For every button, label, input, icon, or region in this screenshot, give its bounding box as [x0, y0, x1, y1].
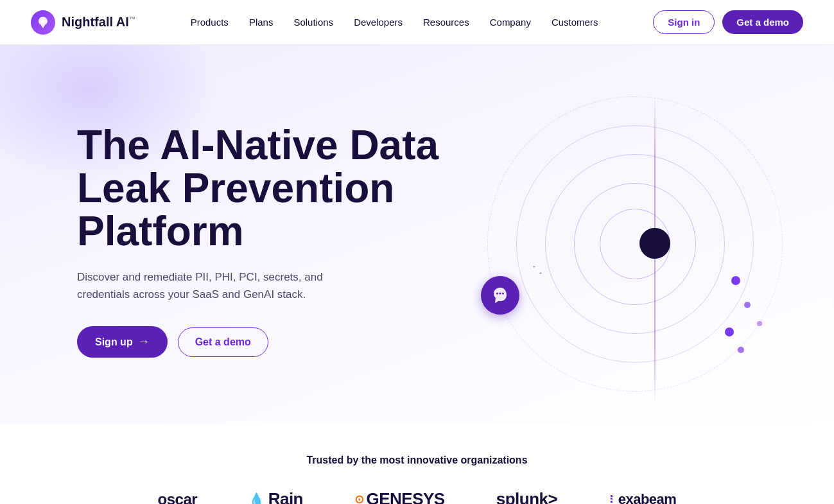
hero-content: The AI-Native Data Leak Prevention Platf… [77, 124, 475, 358]
oscar-logo: oscar [158, 491, 198, 505]
rain-drop-icon: 💧 [248, 492, 265, 505]
logo-row: oscar 💧 Rain ⊙ GENESYS splunk> ⫶ exabeam [51, 489, 783, 504]
hero-section: The AI-Native Data Leak Prevention Platf… [0, 45, 834, 424]
splunk-logo: splunk> [496, 489, 557, 504]
svg-point-0 [41, 19, 45, 23]
exabeam-logo: ⫶ exabeam [609, 491, 676, 505]
spark-2: ✦ [539, 271, 543, 276]
genesys-label: GENESYS [367, 489, 445, 504]
trusted-title: Trusted by the most innovative organizat… [51, 455, 783, 466]
logo-tm: ™ [129, 15, 135, 22]
float-dot-4 [738, 347, 744, 353]
nav-customers[interactable]: Customers [552, 17, 598, 28]
nav-products[interactable]: Products [191, 17, 229, 28]
svg-point-2 [500, 293, 501, 295]
genesys-icon: ⊙ [354, 492, 364, 505]
arrow-icon: → [138, 335, 150, 349]
logo-link[interactable]: Nightfall AI™ [31, 10, 135, 35]
hero-title: The AI-Native Data Leak Prevention Platf… [77, 124, 475, 254]
hero-graphic: ✦ ✦ [462, 77, 834, 411]
genesys-logo: ⊙ GENESYS [354, 489, 445, 504]
exabeam-label: exabeam [618, 491, 677, 505]
get-demo-button-nav[interactable]: Get a demo [722, 10, 803, 34]
float-dot-3 [725, 327, 734, 336]
get-demo-button-hero[interactable]: Get a demo [178, 327, 268, 357]
signup-label: Sign up [95, 336, 133, 348]
nav-solutions[interactable]: Solutions [293, 17, 333, 28]
center-dot [639, 228, 670, 259]
nav-developers[interactable]: Developers [354, 17, 403, 28]
float-dot-1 [731, 276, 740, 285]
trusted-section: Trusted by the most innovative organizat… [0, 424, 834, 504]
float-dot-2 [744, 302, 751, 308]
hero-buttons: Sign up → Get a demo [77, 326, 475, 358]
float-dot-5 [757, 321, 762, 326]
exabeam-icon: ⫶ [609, 492, 614, 504]
nav-actions: Sign in Get a demo [653, 10, 803, 34]
svg-point-3 [502, 293, 504, 295]
logo-icon [31, 10, 55, 35]
splunk-label: splunk> [496, 489, 557, 504]
circles-group: ✦ ✦ [474, 90, 795, 398]
nav-plans[interactable]: Plans [249, 17, 274, 28]
logo-text: Nightfall AI™ [62, 15, 135, 30]
navbar: Nightfall AI™ Products Plans Solutions D… [0, 0, 834, 45]
nav-company[interactable]: Company [490, 17, 531, 28]
rain-logo: 💧 Rain [248, 489, 303, 504]
signup-button[interactable]: Sign up → [77, 326, 168, 358]
spark-1: ✦ [532, 265, 536, 270]
nav-resources[interactable]: Resources [423, 17, 469, 28]
hero-subtitle: Discover and remediate PII, PHI, PCI, se… [77, 268, 353, 303]
nav-links: Products Plans Solutions Developers Reso… [191, 17, 598, 28]
svg-point-1 [496, 293, 498, 295]
rain-label: Rain [268, 489, 303, 504]
chatgpt-bubble [481, 276, 519, 315]
signin-button[interactable]: Sign in [653, 10, 715, 34]
